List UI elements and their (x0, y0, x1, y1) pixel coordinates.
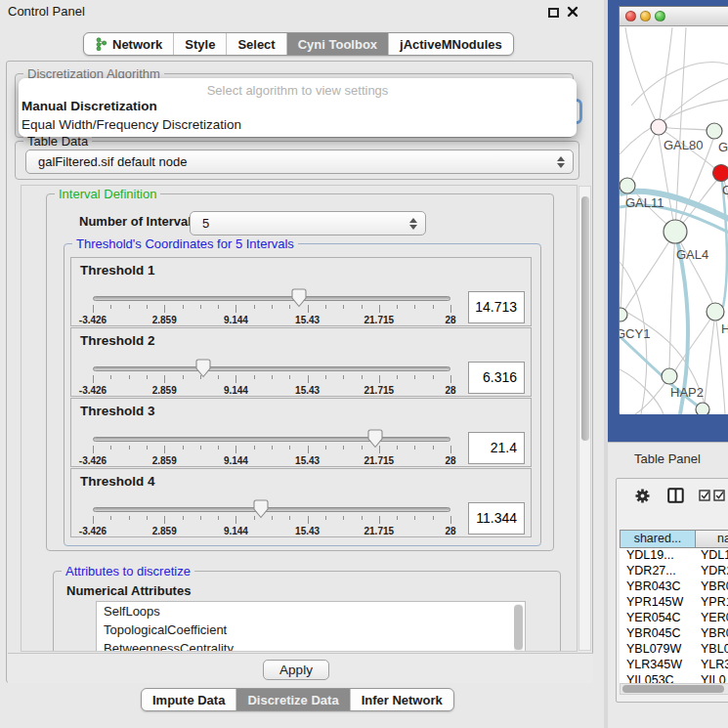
algorithm-option-manual[interactable]: Manual Discretization (21, 99, 157, 113)
scrollbar-thumb[interactable] (622, 685, 724, 693)
tab-jactivemnodules[interactable]: jActiveMNodules (388, 33, 513, 55)
threshold-value-field[interactable]: 14.713 (468, 291, 525, 323)
table-row[interactable]: YER054CYER0 (620, 611, 728, 626)
thresholds-group: Threshold's Coordinates for 5 Intervals … (64, 243, 541, 546)
threshold-slider[interactable]: -3.4262.8599.14415.4321.71528 (93, 428, 450, 467)
close-icon[interactable] (567, 6, 578, 18)
cell-name[interactable]: YBR0 (695, 579, 728, 595)
table-row[interactable]: YPR145WYPR1 (620, 595, 728, 611)
slider-track[interactable] (93, 437, 450, 442)
threshold-slider[interactable]: -3.4262.8599.14415.4321.71528 (93, 358, 450, 397)
cell-shared-name[interactable]: YDR27... (620, 564, 695, 579)
cell-shared-name[interactable]: YPR145W (620, 595, 695, 611)
cell-shared-name[interactable]: YER054C (620, 611, 695, 626)
tab-select[interactable]: Select (226, 33, 285, 55)
cell-shared-name[interactable]: YDL19... (620, 548, 695, 564)
slider-track[interactable] (93, 507, 450, 512)
tab-style[interactable]: Style (173, 33, 226, 55)
tick-mark (450, 375, 451, 383)
network-node-gal11[interactable] (620, 178, 635, 193)
tab-network[interactable]: Network (84, 33, 173, 55)
cell-shared-name[interactable]: YLR345W (620, 658, 695, 673)
slider-track[interactable] (93, 296, 450, 301)
column-header-name[interactable]: na (696, 530, 728, 548)
table-horizontal-scrollbar[interactable] (620, 683, 728, 695)
table-row[interactable]: YBL079WYBL0 (620, 642, 728, 658)
table-row[interactable]: YLR345WYLR3 (620, 658, 728, 673)
threshold-value-field[interactable]: 6.316 (468, 362, 525, 394)
threshold-slider[interactable]: -3.4262.8599.14415.4321.71528 (93, 287, 450, 326)
threshold-value-field[interactable]: 21.4 (468, 432, 525, 464)
scrollbar-thumb[interactable] (514, 605, 523, 650)
tick-mark (433, 516, 434, 520)
attribute-list-item-selfloops[interactable]: SelfLoops (97, 602, 525, 621)
cell-name[interactable]: YER0 (695, 611, 728, 626)
settings-vertical-scrollbar[interactable] (578, 186, 591, 651)
network-edge[interactable] (624, 232, 675, 311)
checkbox-icon[interactable] (699, 490, 711, 501)
network-node-h[interactable] (707, 303, 724, 321)
attributes-list-scrollbar[interactable] (514, 604, 523, 652)
bottom-tab-discretize-data[interactable]: Discretize Data (236, 689, 349, 710)
checkbox-icon[interactable] (713, 490, 726, 501)
bottom-tab-impute-data[interactable]: Impute Data (142, 689, 236, 710)
close-traffic-light-icon[interactable] (625, 11, 636, 21)
network-node-hap2[interactable] (662, 368, 677, 384)
bottom-tab-infer-network[interactable]: Infer Network (350, 689, 453, 710)
network-node-gal80[interactable] (651, 119, 666, 135)
attributes-group: Attributes to discretize Numerical Attri… (53, 571, 561, 652)
algorithm-prompt-item[interactable]: Select algorithm to view settings (19, 83, 577, 98)
tick-mark (218, 446, 219, 450)
table-row[interactable]: YIL053CYIL0 (620, 673, 728, 683)
network-edge[interactable] (625, 27, 659, 127)
network-node[interactable] (713, 165, 728, 182)
cell-shared-name[interactable]: YBL079W (620, 642, 695, 658)
table-row[interactable]: YDR27...YDR2 (620, 564, 728, 579)
scrollbar-thumb[interactable] (581, 196, 589, 441)
cell-name[interactable]: YPR1 (695, 595, 728, 611)
threshold-slider[interactable]: -3.4262.8599.14415.4321.71528 (93, 498, 450, 537)
attribute-list-item-topologicalcoefficient[interactable]: TopologicalCoefficient (97, 621, 525, 639)
cell-shared-name[interactable]: YIL053C (620, 673, 695, 683)
network-edge[interactable] (659, 27, 672, 127)
network-window-titlebar[interactable] (620, 7, 728, 26)
table-row[interactable]: YBR045CYBR0 (620, 626, 728, 642)
network-node-gal4[interactable] (664, 220, 687, 243)
cell-name[interactable]: YDR2 (695, 564, 728, 579)
cell-name[interactable]: YDL1 (695, 548, 728, 564)
network-node[interactable] (707, 123, 722, 139)
cell-shared-name[interactable]: YBR045C (620, 626, 695, 642)
cell-name[interactable]: YBL0 (695, 642, 728, 658)
threshold-value-field[interactable]: 11.344 (468, 502, 525, 535)
float-window-icon[interactable] (548, 8, 559, 18)
table-data-combobox[interactable]: galFiltered.sif default node (25, 150, 574, 174)
cell-name[interactable]: YLR3 (695, 658, 728, 673)
table-rows[interactable]: YDL19...YDL1YDR27...YDR2YBR043CYBR0YPR14… (620, 548, 728, 683)
algorithm-option-equal-width[interactable]: Equal Width/Frequency Discretization (21, 117, 241, 132)
attribute-list-item-betweennesscentrality[interactable]: BetweennessCentrality (97, 639, 525, 652)
column-header-shared-name[interactable]: shared... (620, 530, 696, 548)
table-row[interactable]: YBR043CYBR0 (620, 579, 728, 595)
split-columns-icon[interactable] (667, 488, 684, 503)
apply-button[interactable]: Apply (263, 660, 329, 680)
cell-name[interactable]: YBR0 (695, 626, 728, 642)
slider-track[interactable] (93, 366, 450, 371)
network-node[interactable] (696, 403, 709, 414)
network-canvas[interactable]: GAL80GAL11GAL4GCY1HHAP2GAC (620, 27, 728, 414)
network-edge[interactable] (659, 78, 728, 127)
gear-icon[interactable] (634, 488, 651, 504)
tick-mark (129, 516, 130, 520)
table-row[interactable]: YDL19...YDL1 (620, 548, 728, 564)
network-graph[interactable]: GAL80GAL11GAL4GCY1HHAP2GAC (620, 27, 728, 414)
network-edge[interactable] (631, 127, 659, 180)
network-edge[interactable] (620, 369, 664, 414)
numerical-attributes-list[interactable]: SelfLoopsTopologicalCoefficientBetweenne… (96, 601, 526, 652)
cell-name[interactable]: YIL0 (695, 673, 726, 683)
minimize-traffic-light-icon[interactable] (640, 11, 651, 21)
network-node-gcy1[interactable] (620, 308, 627, 321)
number-of-intervals-combobox[interactable]: 5 (190, 211, 426, 236)
tab-cyni-toolbox[interactable]: Cyni Toolbox (286, 33, 388, 55)
tab-label: Network (112, 37, 162, 52)
zoom-traffic-light-icon[interactable] (655, 11, 665, 21)
cell-shared-name[interactable]: YBR043C (620, 579, 695, 595)
